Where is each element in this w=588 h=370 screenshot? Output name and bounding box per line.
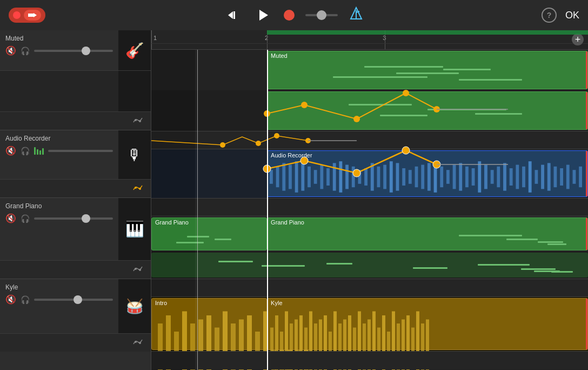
- svg-marker-1: [228, 11, 233, 19]
- timeline-ruler: 1 2 3 +: [151, 30, 588, 50]
- muted-sub2-bg: [0, 71, 118, 111]
- audio-track-controls: 🔇 🎧: [5, 146, 113, 156]
- header: ? OK: [0, 0, 588, 30]
- audio-automation-row: [0, 179, 151, 197]
- piano-headphone-icon[interactable]: 🎧: [21, 214, 30, 223]
- svg-point-9: [135, 187, 137, 189]
- selection-line-left: [197, 50, 198, 370]
- header-left: [9, 8, 45, 23]
- metronome-icon[interactable]: [349, 6, 364, 24]
- piano-controls: Grand Piano 🔇 🎧: [0, 198, 118, 260]
- playhead-line: [267, 50, 268, 370]
- piano-track-controls: 🔇 🎧: [5, 213, 113, 223]
- svg-point-8: [139, 120, 141, 122]
- record-transport-button[interactable]: [284, 10, 295, 21]
- eq-bar-2: [37, 149, 38, 155]
- muted-volume-track[interactable]: [34, 50, 113, 52]
- record-button-container[interactable]: [9, 8, 45, 23]
- tempo-thumb: [317, 10, 326, 20]
- ruler-subtick-line: [151, 43, 588, 44]
- muted-automation-icon[interactable]: [132, 116, 143, 127]
- guitar-icon: 🎸: [125, 42, 144, 60]
- main-area: Muted 🔇 🎧 🎸: [0, 30, 588, 370]
- sidebar-track-audio: Audio Recorder 🔇 🎧 🎙: [0, 130, 151, 198]
- mute-icon[interactable]: 🔇: [5, 45, 16, 56]
- help-button[interactable]: ?: [542, 8, 557, 23]
- svg-marker-3: [259, 10, 268, 21]
- audio-volume-track[interactable]: [48, 150, 113, 152]
- kyle-volume-track[interactable]: [34, 299, 113, 301]
- muted-controls: Muted 🔇 🎧: [0, 30, 118, 70]
- header-center: [223, 5, 364, 25]
- kyle-volume-thumb: [74, 295, 82, 304]
- svg-marker-0: [34, 13, 37, 17]
- svg-point-11: [135, 268, 137, 270]
- kyle-track-controls: 🔇 🎧: [5, 294, 113, 305]
- ruler-line-1: [151, 30, 152, 49]
- muted-automation-row: [0, 111, 151, 130]
- svg-rect-2: [233, 11, 235, 19]
- microphone-icon: 🎙: [127, 146, 142, 164]
- piano-track-row: Grand Piano 🔇 🎧 🎹: [0, 198, 151, 260]
- muted-sub2-inst: [118, 71, 151, 111]
- piano-volume-track[interactable]: [34, 217, 113, 220]
- muted-track-controls: 🔇 🎧: [5, 45, 113, 56]
- muted-track-name: Muted: [5, 35, 113, 42]
- eq-bar-1: [34, 147, 36, 155]
- piano-icon: 🎹: [125, 220, 144, 238]
- ok-button[interactable]: OK: [565, 10, 579, 21]
- tracks-area: 1 2 3 +: [151, 30, 588, 370]
- kyle-headphone-icon[interactable]: 🎧: [21, 295, 30, 304]
- svg-point-14: [139, 342, 141, 344]
- muted-volume-thumb: [82, 47, 90, 55]
- record-icon: [24, 10, 41, 21]
- sidebar: Muted 🔇 🎧 🎸: [0, 30, 151, 370]
- piano-volume-thumb: [82, 214, 90, 223]
- sidebar-track-piano: Grand Piano 🔇 🎧 🎹: [0, 198, 151, 279]
- kyle-instrument-col: 🥁: [118, 279, 151, 333]
- kyle-controls: Kyle 🔇 🎧: [0, 279, 118, 333]
- kyle-mute-icon[interactable]: 🔇: [5, 294, 16, 305]
- eq-bar-3: [39, 150, 41, 155]
- headphone-icon[interactable]: 🎧: [21, 47, 30, 55]
- sidebar-track-muted: Muted 🔇 🎧 🎸: [0, 30, 151, 130]
- ruler-marker-1: 1: [153, 35, 157, 41]
- svg-point-10: [139, 188, 141, 190]
- piano-track-name: Grand Piano: [5, 202, 113, 210]
- sidebar-track-kyle: Kyle 🔇 🎧 🥁: [0, 279, 151, 352]
- help-label: ?: [547, 11, 552, 19]
- add-track-button[interactable]: +: [572, 34, 584, 45]
- kyle-track-row: Kyle 🔇 🎧 🥁: [0, 279, 151, 333]
- audio-instrument-col: 🎙: [118, 130, 151, 179]
- audio-track-row: Audio Recorder 🔇 🎧 🎙: [0, 130, 151, 179]
- kyle-automation-row: [0, 333, 151, 352]
- tempo-slider[interactable]: [305, 14, 338, 16]
- svg-point-7: [135, 119, 137, 121]
- tempo-track: [305, 14, 338, 16]
- svg-point-13: [135, 341, 137, 343]
- audio-headphone-icon[interactable]: 🎧: [21, 147, 30, 155]
- muted-subtrack-2: [0, 71, 151, 111]
- play-button[interactable]: [253, 5, 273, 25]
- piano-automation-row: [0, 260, 151, 279]
- piano-mute-icon[interactable]: 🔇: [5, 213, 16, 223]
- selection-region: [195, 50, 588, 370]
- kyle-track-name: Kyle: [5, 283, 113, 291]
- svg-point-12: [139, 269, 141, 271]
- drums-icon: 🥁: [126, 298, 143, 315]
- header-right: ? OK: [542, 8, 579, 23]
- audio-automation-icon[interactable]: [132, 183, 143, 194]
- kyle-automation-icon[interactable]: [132, 338, 143, 348]
- audio-controls: Audio Recorder 🔇 🎧: [0, 130, 118, 179]
- muted-subtrack-1: Muted 🔇 🎧 🎸: [0, 30, 151, 71]
- audio-mute-icon[interactable]: 🔇: [5, 146, 16, 156]
- audio-eq-bars: [34, 147, 44, 155]
- audio-track-name: Audio Recorder: [5, 135, 113, 142]
- record-dot: [13, 11, 21, 19]
- eq-bar-4: [42, 148, 44, 155]
- muted-instrument-col: 🎸: [118, 30, 151, 70]
- rewind-button[interactable]: [223, 5, 243, 25]
- piano-automation-icon[interactable]: [132, 265, 143, 275]
- playback-region: [267, 30, 588, 35]
- tracks-content: Muted: [151, 50, 588, 370]
